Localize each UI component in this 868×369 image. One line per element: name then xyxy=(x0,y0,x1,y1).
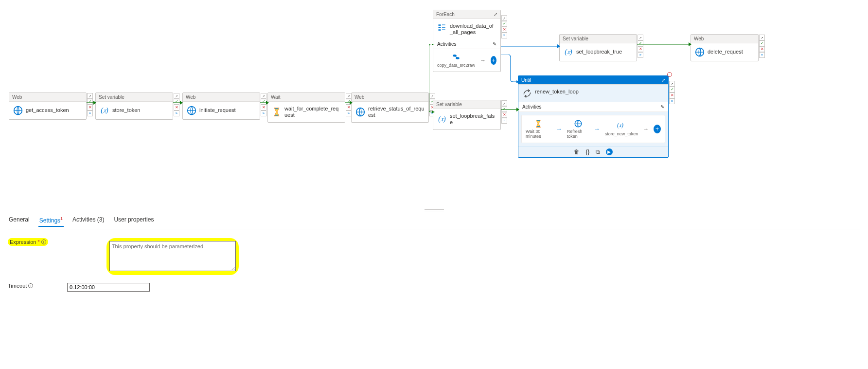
port-skip[interactable] xyxy=(759,35,765,40)
port-success[interactable] xyxy=(759,40,765,46)
port-completion[interactable] xyxy=(501,33,507,38)
info-icon[interactable]: i xyxy=(28,283,33,288)
tab-settings-label: Settings xyxy=(39,217,60,224)
inner-activity-label: Wait 30 minutes xyxy=(526,129,551,139)
web-icon xyxy=(355,107,365,117)
activity-initiate-request[interactable]: Web initiate_request xyxy=(182,92,260,120)
port-skip[interactable] xyxy=(429,93,435,99)
port-success[interactable] xyxy=(261,99,266,105)
tab-activities[interactable]: Activities (3) xyxy=(71,214,105,227)
port-fail[interactable] xyxy=(501,27,507,33)
activity-name-label: wait_for_complete_request xyxy=(284,106,341,118)
port-fail[interactable] xyxy=(501,112,507,118)
activity-get-access-token[interactable]: Web get_access_token xyxy=(9,92,87,120)
activity-type-label: Set variable xyxy=(99,94,124,100)
port-skip[interactable] xyxy=(174,93,179,99)
activity-retrieve-status[interactable]: Web retrieve_status_of_request xyxy=(351,92,429,123)
port-success[interactable] xyxy=(87,99,93,105)
web-icon xyxy=(13,106,23,115)
tab-general[interactable]: General xyxy=(8,214,31,227)
port-success[interactable] xyxy=(669,87,675,92)
pipeline-canvas[interactable]: Web get_access_token Set variable (𝑥) st… xyxy=(0,0,868,209)
info-icon[interactable]: i xyxy=(41,240,46,244)
tab-user-properties[interactable]: User properties xyxy=(113,214,155,227)
arrow-icon: → xyxy=(556,126,562,132)
tab-settings-badge: 1 xyxy=(60,216,63,221)
arrow-icon: → xyxy=(643,126,649,132)
run-icon[interactable]: ▶ xyxy=(606,148,613,155)
port-success[interactable] xyxy=(501,106,507,112)
inner-activity-copy-data[interactable]: copy_data_src2raw xyxy=(437,53,475,68)
properties-panel: General Settings1 Activities (3) User pr… xyxy=(8,214,860,299)
activity-name-label: delete_request xyxy=(708,49,743,55)
port-fail[interactable] xyxy=(261,105,266,111)
connector xyxy=(501,55,519,83)
port-success[interactable] xyxy=(174,99,179,105)
timeout-input[interactable] xyxy=(67,283,150,292)
activity-name-label: get_access_token xyxy=(26,107,69,113)
port-fail[interactable] xyxy=(174,105,179,111)
activity-set-loopbreak-true[interactable]: Set variable (𝑥) set_loopbreak_true xyxy=(559,34,637,61)
activity-type-label: Set variable xyxy=(436,102,462,107)
port-skip[interactable] xyxy=(261,93,266,99)
port-completion[interactable] xyxy=(501,118,507,124)
foreach-icon xyxy=(437,23,447,33)
activity-type-label: Web xyxy=(354,94,364,100)
port-skip[interactable] xyxy=(87,93,93,99)
copy-icon xyxy=(452,53,461,62)
expression-label: Expression * i xyxy=(8,238,48,246)
svg-rect-4 xyxy=(439,27,441,28)
port-skip[interactable] xyxy=(501,100,507,106)
edit-icon[interactable]: ✎ xyxy=(660,104,664,110)
activity-wait-for-complete[interactable]: Wait wait_for_complete_request xyxy=(267,92,345,123)
port-completion[interactable] xyxy=(261,111,266,116)
port-fail[interactable] xyxy=(87,105,93,111)
inner-activity-store-new-token[interactable]: (𝑥) store_new_token xyxy=(605,122,638,136)
port-completion[interactable] xyxy=(759,52,765,58)
expand-icon[interactable]: ⤢ xyxy=(494,12,497,17)
inner-activity-refresh[interactable]: Refresh token xyxy=(567,119,589,139)
expression-input[interactable] xyxy=(109,241,236,271)
panel-resize-handle[interactable] xyxy=(425,209,444,211)
tab-settings[interactable]: Settings1 xyxy=(38,214,64,227)
activity-ports xyxy=(174,93,179,116)
port-skip[interactable] xyxy=(638,35,643,40)
port-completion[interactable] xyxy=(669,98,675,104)
inner-activity-wait[interactable]: Wait 30 minutes xyxy=(526,119,551,139)
activity-type-label: Web xyxy=(12,94,22,100)
timeout-label-text: Timeout xyxy=(8,283,27,289)
activity-foreach-download[interactable]: ForEach ⤢ download_data_of_all_pages Act… xyxy=(433,10,501,72)
expand-icon[interactable]: ⤢ xyxy=(661,77,665,83)
port-success[interactable] xyxy=(501,21,507,27)
activity-name-label: initiate_request xyxy=(199,107,236,113)
activity-ports xyxy=(261,93,266,116)
connector xyxy=(501,44,560,49)
delete-icon[interactable]: 🗑 xyxy=(574,148,580,155)
add-activity-button[interactable]: + xyxy=(654,125,661,133)
activity-ports xyxy=(669,81,675,104)
port-completion[interactable] xyxy=(638,52,643,58)
add-activity-button[interactable]: + xyxy=(491,56,496,65)
clone-icon[interactable]: ⧉ xyxy=(596,148,600,155)
timeout-label: Timeout i xyxy=(8,283,37,289)
activity-type-label: Web xyxy=(186,94,195,100)
port-success[interactable] xyxy=(638,40,643,46)
activity-ports xyxy=(759,35,765,58)
property-tabs: General Settings1 Activities (3) User pr… xyxy=(8,214,860,229)
port-skip[interactable] xyxy=(669,81,675,87)
port-completion[interactable] xyxy=(87,111,93,116)
activity-set-loopbreak-false[interactable]: Set variable (𝑥) set_loopbreak_false xyxy=(433,100,501,130)
activity-name-label: store_token xyxy=(112,107,140,113)
activity-type-label: ForEach xyxy=(436,12,455,17)
activity-delete-request[interactable]: Web delete_request xyxy=(691,34,759,61)
code-icon[interactable]: {} xyxy=(585,148,589,155)
inner-activity-label: copy_data_src2raw xyxy=(437,63,475,68)
activity-store-token[interactable]: Set variable (𝑥) store_token xyxy=(95,92,173,120)
port-completion[interactable] xyxy=(174,111,179,116)
edit-icon[interactable]: ✎ xyxy=(493,41,496,47)
port-fail[interactable] xyxy=(759,46,765,52)
port-fail[interactable] xyxy=(669,92,675,98)
port-skip[interactable] xyxy=(501,15,507,21)
port-fail[interactable] xyxy=(638,46,643,52)
activity-until-renew-token[interactable]: Until ⤢ renew_token_loop Activities ✎ Wa… xyxy=(518,75,669,158)
